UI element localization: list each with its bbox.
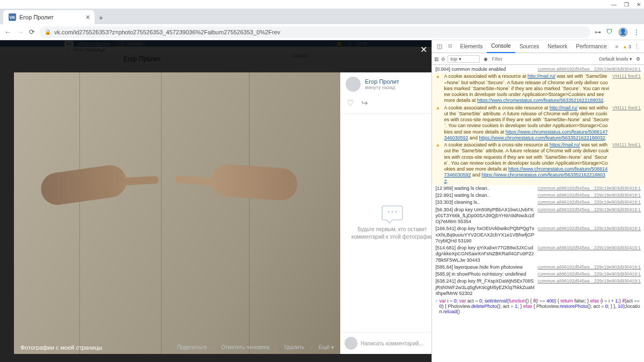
warning-count[interactable]: ▲3 (623, 44, 631, 49)
forward-button[interactable]: → (17, 28, 24, 36)
tab-close-button[interactable]: ✕ (85, 14, 90, 21)
inspect-icon[interactable]: ◫ (434, 43, 445, 50)
photo-album-title: Фотографии с моей страницы (20, 344, 171, 351)
photo-modal: Егор Пролит минуту назад ♡ ↪ Будьте перв… (14, 72, 431, 354)
window-titlebar: — ❐ ✕ (0, 0, 644, 9)
log-levels-select[interactable]: Default levels ▾ (599, 56, 632, 62)
photo-footer: Фотографии с моей страницы Поделиться · … (14, 341, 340, 354)
key-icon[interactable]: ⊶ (595, 28, 601, 36)
close-photo-button[interactable]: ✕ (420, 45, 427, 55)
console-input[interactable]: ›var i = 0; var act = 0; setInterval(fun… (432, 297, 644, 315)
warning-icon: ▲ (435, 73, 441, 104)
device-toggle-icon[interactable]: ⌑ (445, 43, 456, 50)
url-text: vk.com/id275526353?z=photo275526353_4572… (54, 29, 280, 35)
photo-poster-name[interactable]: Егор Пролит (365, 78, 399, 85)
tab-performance[interactable]: Performance (572, 40, 611, 53)
console-log-row: [638.241] drop key fR_FXspXDaWjN5Ex708Sj… (432, 278, 644, 297)
tab-sources[interactable]: Sources (515, 40, 544, 53)
window-close-button[interactable]: ✕ (636, 2, 641, 8)
tab-elements[interactable]: Elements (456, 40, 487, 53)
shield-icon[interactable]: ⛉ (606, 28, 613, 36)
tab-console[interactable]: Console (487, 40, 515, 53)
tab-favicon: VK (9, 13, 16, 21)
window-min-button[interactable]: — (611, 2, 617, 8)
empty-comment-text: Будьте первым, кто оставит комментарий к… (346, 226, 431, 241)
photo-sidebar: Егор Пролит минуту назад ♡ ↪ Будьте перв… (340, 72, 431, 354)
console-output[interactable]: [0.004] common module enabledcommon.a896… (432, 65, 644, 362)
reload-button[interactable]: ⟳ (29, 28, 35, 36)
console-log-row: [56.304] drop key Um508yPBbAX1bwUJvbFKy0… (432, 206, 644, 226)
tag-person-link[interactable]: Отметить человека (221, 344, 269, 350)
photo-time: минуту назад (365, 85, 399, 90)
console-log-row: [585.84] layerqueue.hide from photoviewc… (432, 264, 644, 271)
more-link[interactable]: Ещё ▾ (319, 344, 334, 350)
share-button[interactable]: ↪ (361, 98, 368, 108)
warning-icon: ▲ (435, 105, 441, 142)
back-button[interactable]: ← (4, 28, 11, 36)
console-log-row: [514.681] drop key qYiXabxn77GB8w3JXCudd… (432, 245, 644, 264)
tab-more[interactable]: » (611, 40, 623, 53)
window-max-button[interactable]: ❐ (624, 2, 629, 8)
console-log-row: [33.303] cleaning ls..common.a896192d545… (432, 199, 644, 206)
console-log-row: [12.989] waiting ls clean..common.a89619… (432, 185, 644, 192)
photo-overlay: ✕ (0, 40, 431, 362)
browser-tab[interactable]: VK Егор Пролит ✕ (3, 10, 94, 24)
live-expression-icon[interactable]: ◉ (482, 56, 489, 62)
new-tab-button[interactable]: + (94, 11, 107, 24)
console-log-row: ▲A cookie associated with a cross-site r… (432, 142, 644, 185)
console-log-row: [166.541] drop key hxOEtArkbwikcPQbPQgTx… (432, 225, 644, 245)
address-bar[interactable]: 🔒 vk.com/id275526353?z=photo275526353_45… (39, 26, 590, 38)
console-log-row: [22.991] waiting ls clean..common.a89619… (432, 192, 644, 199)
like-button[interactable]: ♡ (347, 98, 354, 108)
tab-network[interactable]: Network (544, 40, 572, 53)
photo-image[interactable] (14, 72, 340, 354)
avatar[interactable] (346, 77, 361, 92)
avatar (345, 337, 357, 350)
comment-icon (382, 205, 403, 220)
console-filter-input[interactable] (492, 56, 597, 62)
warning-icon: ▲ (435, 142, 441, 184)
sidebar-toggle-icon[interactable]: ▥ (434, 56, 439, 62)
lock-icon: 🔒 (45, 29, 51, 35)
devtools-settings-icon[interactable]: ⋮ (631, 43, 642, 50)
comment-input[interactable]: Написать комментарий... (361, 341, 431, 346)
console-settings-icon[interactable]: ⚙ (634, 56, 642, 62)
context-select[interactable]: top ▾ (448, 55, 480, 63)
console-log-row: [585.9] in showPhoto noHistory: undefine… (432, 271, 644, 278)
console-filter-bar: ▥ ⊘ top ▾ ◉ Default levels ▾ ⚙ (432, 53, 644, 65)
clear-console-icon[interactable]: ⊘ (441, 56, 445, 62)
empty-comments: Будьте первым, кто оставит комментарий к… (340, 114, 431, 332)
console-log-row: [0.004] common module enabledcommon.a896… (432, 66, 644, 73)
share-link[interactable]: Поделиться (177, 344, 207, 350)
tab-title: Егор Пролит (19, 14, 54, 20)
page-content: вк #лучшедома 🔍Поиск 🔔 ♫ Егор ⌂ Моя стра… (0, 40, 431, 362)
delete-link[interactable]: Удалить (284, 344, 304, 350)
devtools-panel: ◫ ⌑ Elements Console Sources Network Per… (431, 40, 644, 362)
profile-button[interactable]: 👤 (618, 27, 628, 37)
menu-button[interactable]: ⋮ (633, 28, 640, 36)
console-log-row: ▲A cookie associated with a resource at … (432, 73, 644, 104)
browser-toolbar: ← → ⟳ 🔒 vk.com/id275526353?z=photo275526… (0, 24, 644, 40)
devtools-tabs: ◫ ⌑ Elements Console Sources Network Per… (432, 40, 644, 53)
browser-tab-strip: VK Егор Пролит ✕ + (0, 9, 644, 24)
console-log-row: ▲A cookie associated with a cross-site r… (432, 105, 644, 142)
